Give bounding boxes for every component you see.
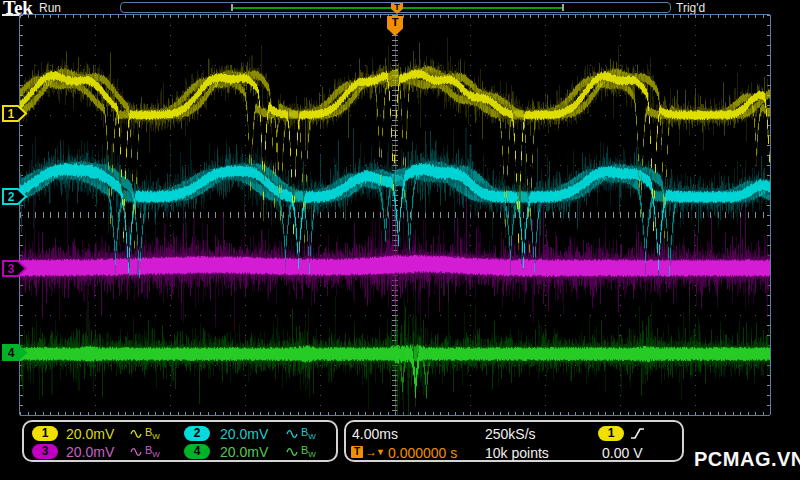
- record-trigger-position-icon: T: [391, 3, 403, 14]
- sine-wave-icon: [130, 447, 142, 457]
- timebase-trigger-box: 4.00ms 250kS/s 1 T → ▼ 0.000000 s 10k po…: [344, 420, 684, 462]
- waveform-display: [20, 15, 770, 415]
- bandwidth-limit-indicator: BW: [301, 426, 316, 441]
- trigger-delay-value: 0.000000 s: [388, 445, 457, 461]
- channel-1-coupling-indicators: BW: [130, 426, 160, 441]
- record-window-right-bracket: [562, 4, 564, 11]
- svg-text:3: 3: [8, 262, 15, 276]
- bandwidth-limit-indicator: BW: [145, 444, 160, 459]
- sine-wave-icon: [130, 429, 142, 439]
- record-length: 10k points: [485, 445, 549, 461]
- trigger-delay-icon: T: [351, 446, 363, 458]
- channel-2-ground-marker: 2: [2, 188, 28, 205]
- channel-1-scale: 20.0mV: [66, 426, 114, 442]
- trigger-source-badge: 1: [598, 426, 624, 441]
- trigger-level: 0.00 V: [602, 445, 642, 461]
- channel-2-coupling-indicators: BW: [286, 426, 316, 441]
- channel-4-coupling-indicators: BW: [286, 444, 316, 459]
- sine-wave-icon: [286, 447, 298, 457]
- rising-edge-icon: [630, 426, 645, 441]
- channel-4-ground-marker: 4: [2, 344, 28, 361]
- channel-4-scale: 20.0mV: [220, 444, 268, 460]
- svg-text:4: 4: [8, 346, 15, 360]
- sample-rate: 250kS/s: [485, 426, 536, 442]
- bandwidth-limit-indicator: BW: [145, 426, 160, 441]
- timebase-scale: 4.00ms: [352, 426, 398, 442]
- channel-readout-box: 1 20.0mV BW 2 20.0mV BW 3 20.0mV BW 4 20…: [22, 420, 338, 462]
- channel-1-badge: 1: [32, 426, 58, 441]
- record-window-left-bracket: [231, 4, 233, 11]
- svg-text:1: 1: [8, 107, 15, 121]
- trigger-status: Trig'd: [676, 1, 705, 15]
- bandwidth-limit-indicator: BW: [301, 444, 316, 459]
- svg-text:2: 2: [8, 190, 15, 204]
- channel-4-badge: 4: [184, 444, 210, 459]
- oscilloscope-screen: Tek Run T Trig'd T 1 2 3 4 1 20.0mV BW 2…: [0, 0, 800, 480]
- channel-1-ground-marker: 1: [2, 105, 28, 122]
- channel-3-ground-marker: 3: [2, 260, 28, 277]
- record-view-bar: T: [120, 2, 671, 13]
- triangle-down-icon: ▼: [376, 447, 385, 457]
- channel-3-badge: 3: [32, 444, 58, 459]
- watermark: PCMAG.VN: [694, 448, 800, 471]
- channel-2-scale: 20.0mV: [220, 426, 268, 442]
- acquisition-status: Run: [39, 1, 61, 15]
- channel-2-badge: 2: [184, 426, 210, 441]
- channel-3-coupling-indicators: BW: [130, 444, 160, 459]
- sine-wave-icon: [286, 429, 298, 439]
- channel-3-scale: 20.0mV: [66, 444, 114, 460]
